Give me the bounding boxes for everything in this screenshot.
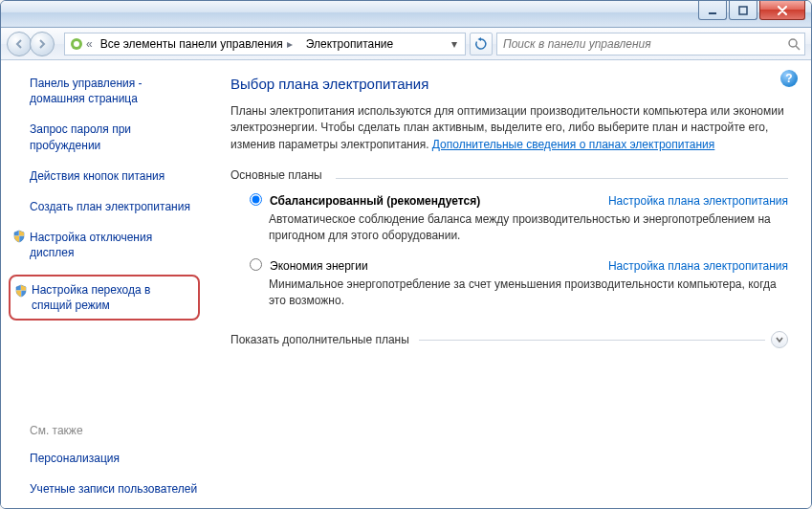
sidebar-link-sleep-settings[interactable]: Настройка перехода в спящий режим <box>9 275 200 321</box>
divider <box>336 178 788 179</box>
section-main-plans-label: Основные планы <box>230 168 788 182</box>
svg-point-4 <box>789 39 797 47</box>
plan-description: Минимальное энергопотребление за счет ум… <box>269 277 788 309</box>
divider <box>419 340 765 341</box>
svg-rect-1 <box>739 7 747 14</box>
svg-rect-0 <box>709 12 716 14</box>
svg-point-3 <box>74 41 79 47</box>
show-more-plans-label: Показать дополнительные планы <box>230 333 409 346</box>
minimize-button[interactable] <box>698 1 727 20</box>
minimize-icon <box>708 6 717 15</box>
plan-settings-link[interactable]: Настройка плана электропитания <box>608 194 788 208</box>
main-content: ? Выбор плана электропитания Планы элект… <box>208 60 811 508</box>
window-titlebar <box>1 1 811 28</box>
breadcrumb-text: Все элементы панели управления <box>100 37 283 51</box>
svg-line-5 <box>796 46 800 50</box>
plan-name-label: Экономия энергии <box>270 259 368 273</box>
forward-button[interactable] <box>30 32 55 56</box>
breadcrumb[interactable]: « Все элементы панели управления ▸ Элект… <box>64 33 466 55</box>
sidebar-link-create-plan[interactable]: Создать план электропитания <box>12 197 200 216</box>
more-info-link[interactable]: Дополнительные сведения о планах электро… <box>432 138 714 151</box>
power-plan-balanced: Сбалансированный (рекомендуется) Настрой… <box>230 188 788 254</box>
chevron-down-icon <box>775 335 784 344</box>
plan-settings-link[interactable]: Настройка плана электропитания <box>608 259 788 273</box>
shield-icon <box>14 284 28 298</box>
sidebar-link-personalization[interactable]: Персонализация <box>12 449 200 468</box>
power-options-icon <box>69 36 84 52</box>
breadcrumb-dropdown-icon[interactable]: ▾ <box>448 37 461 51</box>
power-plan-saver: Экономия энергии Настройка плана электро… <box>230 254 788 319</box>
page-title: Выбор плана электропитания <box>230 76 788 92</box>
sidebar: Панель управления - домашняя страница За… <box>1 60 208 508</box>
search-icon <box>787 37 801 51</box>
sidebar-link-password-on-wake[interactable]: Запрос пароля при пробуждении <box>12 120 200 154</box>
breadcrumb-segment-all-items[interactable]: Все элементы панели управления ▸ <box>95 33 298 55</box>
sidebar-home-link[interactable]: Панель управления - домашняя страница <box>12 74 200 108</box>
sidebar-link-label: Настройка перехода в спящий режим <box>32 283 150 312</box>
maximize-button[interactable] <box>729 1 757 20</box>
breadcrumb-text: Электропитание <box>306 37 393 51</box>
show-more-plans-row: Показать дополнительные планы <box>230 331 788 348</box>
close-button[interactable] <box>759 1 805 20</box>
plan-radio-balanced[interactable] <box>250 193 262 206</box>
nav-buttons-group <box>7 31 60 57</box>
chevron-left-icon: « <box>86 37 93 51</box>
sidebar-see-also-label: См. также <box>12 424 200 437</box>
refresh-button[interactable] <box>470 33 493 55</box>
expand-button[interactable] <box>771 331 788 348</box>
chevron-right-icon: ▸ <box>287 37 293 51</box>
breadcrumb-segment-power[interactable]: Электропитание <box>300 33 399 55</box>
back-button[interactable] <box>7 32 32 56</box>
shield-icon <box>12 230 26 243</box>
sidebar-link-display-off[interactable]: Настройка отключения дисплея <box>12 228 200 262</box>
arrow-right-icon <box>36 38 48 50</box>
close-icon <box>777 6 788 15</box>
help-icon[interactable]: ? <box>780 70 798 87</box>
window-body: Панель управления - домашняя страница За… <box>1 60 811 508</box>
arrow-left-icon <box>13 38 25 50</box>
refresh-icon <box>474 37 488 51</box>
page-description: Планы электропитания используются для оп… <box>230 103 788 153</box>
plan-name-label: Сбалансированный (рекомендуется) <box>270 194 480 208</box>
sidebar-link-label: Настройка отключения дисплея <box>30 231 152 259</box>
search-input[interactable] <box>501 36 781 52</box>
sidebar-link-power-buttons[interactable]: Действия кнопок питания <box>12 166 200 186</box>
address-toolbar: « Все элементы панели управления ▸ Элект… <box>1 28 811 60</box>
search-box[interactable] <box>496 33 805 55</box>
plan-radio-saver[interactable] <box>250 258 262 271</box>
sidebar-link-user-accounts[interactable]: Учетные записи пользователей <box>12 479 200 498</box>
control-panel-window: « Все элементы панели управления ▸ Элект… <box>0 0 812 509</box>
plan-description: Автоматическое соблюдение баланса между … <box>269 211 788 244</box>
maximize-icon <box>738 6 748 15</box>
